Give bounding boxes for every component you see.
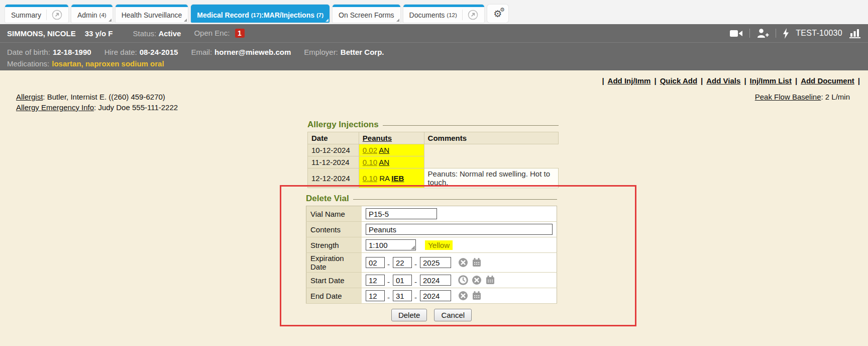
reaction-code-link[interactable]: AN (379, 158, 389, 166)
email-label: Email: (191, 48, 212, 56)
medication-link-losartan[interactable]: losartan (52, 58, 81, 69)
expiration-year-input[interactable] (420, 257, 451, 268)
strength-input[interactable] (366, 239, 416, 250)
end-day-input[interactable] (393, 290, 412, 301)
employer-label: Employer: (304, 48, 338, 56)
contents-label: Contents (306, 222, 362, 237)
calendar-icon[interactable] (472, 291, 482, 301)
calendar-icon[interactable] (472, 257, 482, 268)
delete-button[interactable]: Delete (391, 309, 427, 321)
medication-separator: , (81, 58, 85, 69)
start-day-input[interactable] (393, 275, 412, 286)
allergy-injections-title: Allergy Injections (307, 120, 383, 132)
contents-input[interactable] (366, 224, 553, 235)
tab-menu-fold-icon (325, 19, 329, 22)
calendar-icon[interactable] (485, 275, 495, 285)
dose-link[interactable]: 0.02 (363, 146, 377, 154)
tab-health-surveillance-label: Health Surveillance (122, 11, 182, 19)
add-person-icon[interactable] (756, 28, 769, 38)
peak-flow-baseline-link[interactable]: Peak Flow Baseline (755, 93, 821, 101)
cancel-button[interactable]: Cancel (434, 309, 472, 321)
tab-admin[interactable]: Admin (4) (71, 5, 113, 23)
pipe-separator: | (858, 76, 860, 85)
video-camera-icon[interactable] (730, 29, 743, 38)
patient-header-bar: SIMMONS, NICOLE 33 y/o F Status: Active … (0, 24, 868, 42)
clear-date-icon[interactable] (458, 291, 468, 301)
allergy-emergency-info-value: : Judy Doe 555-111-2222 (94, 103, 178, 112)
form-row-vial-name: Vial Name (306, 206, 557, 222)
column-date: Date (308, 132, 359, 144)
tab-health-surveillance[interactable]: Health Surveillance (116, 5, 188, 23)
tab-summary[interactable]: Summary (5, 5, 68, 23)
fieldset-line (383, 125, 559, 132)
tab-settings-button[interactable]: ⚙ ⚙ (487, 5, 508, 23)
table-row: 11-12-2024 0.10 AN (308, 156, 559, 168)
lightning-icon[interactable] (783, 28, 789, 39)
expiration-day-input[interactable] (393, 257, 412, 268)
clear-date-icon[interactable] (458, 257, 468, 268)
medications-label: Medications: (7, 58, 49, 69)
form-row-strength: Strength Yellow (306, 237, 557, 253)
tab-summary-label: Summary (11, 11, 41, 19)
tab-on-screen-forms[interactable]: On Screen Forms (333, 5, 400, 23)
station-id: TEST-10030 (796, 29, 842, 38)
tab-documents-label: Documents (409, 11, 445, 19)
dose-link[interactable]: 0.10 (363, 158, 377, 166)
reaction-code-link[interactable]: IEB (391, 174, 404, 183)
gears-small-icon: ⚙ (500, 7, 505, 13)
vial-name-input[interactable] (366, 208, 437, 219)
allergy-contacts: Allergist: Butler, Internist E. ((260) 4… (16, 92, 178, 113)
start-month-input[interactable] (366, 275, 385, 286)
end-year-input[interactable] (420, 290, 451, 301)
tab-documents-count: (12) (447, 12, 457, 18)
tab-bar: Summary Admin (4) Health Surveillance Me… (0, 0, 868, 24)
injection-date: 10-12-2024 (308, 144, 359, 156)
dose-link[interactable]: 0.10 (363, 174, 377, 183)
open-enc-label: Open Enc: (194, 29, 230, 37)
demographics-bar: Date of birth:12-18-1990 Hire date:08-24… (0, 42, 868, 70)
clear-date-icon[interactable] (472, 275, 482, 285)
allergy-emergency-info-link[interactable]: Allergy Emergency Info (16, 103, 94, 112)
add-inj-imm-link[interactable]: Add Inj/Imm (608, 76, 651, 85)
patient-age-sex: 33 y/o F (85, 29, 113, 38)
form-row-start-date: Start Date -- (306, 273, 557, 288)
quick-add-link[interactable]: Quick Add (660, 76, 697, 85)
employer-value: Better Corp. (341, 48, 384, 56)
strength-label: Strength (306, 237, 362, 253)
allergy-injections-table: Date Peanuts Comments 10-12-2024 0.02 AN… (307, 132, 559, 188)
date-separator: - (387, 278, 390, 286)
delete-vial-highlight-box: Delete Vial Vial Name Contents Strength (280, 185, 636, 326)
allergist-value: : Butler, Internist E. ((260) 459-6270) (43, 93, 165, 101)
peak-flow-baseline: Peak Flow Baseline: 2 L/min (755, 93, 850, 101)
column-comments: Comments (424, 132, 558, 144)
date-separator: - (387, 260, 390, 269)
medication-link-naproxen[interactable]: naproxen sodium oral (85, 58, 164, 69)
start-year-input[interactable] (420, 275, 451, 286)
fieldset-line (353, 199, 557, 206)
injection-comment (424, 156, 558, 168)
delete-vial-title: Delete Vial (306, 194, 353, 206)
tab-medical-record[interactable]: Medical Record (17) :MAR/Injections (7) (191, 5, 330, 23)
add-document-link[interactable]: Add Document (801, 76, 854, 85)
end-month-input[interactable] (366, 290, 385, 301)
summary-popout-icon[interactable] (46, 10, 62, 20)
clock-icon[interactable] (458, 275, 468, 285)
open-encounter-badge[interactable]: 1 (235, 29, 245, 38)
resize-grip-icon[interactable] (411, 245, 415, 249)
bar-chart-icon[interactable] (849, 29, 861, 38)
tab-on-screen-forms-label: On Screen Forms (339, 11, 394, 19)
inj-imm-list-link[interactable]: Inj/Imm List (750, 76, 792, 85)
tab-medical-record-sublabel: :MAR/Injections (261, 11, 314, 19)
allergist-link[interactable]: Allergist (16, 93, 43, 101)
status-value: Active (158, 29, 181, 38)
action-links: | Add Inj/Imm | Quick Add | Add Vials | … (602, 76, 860, 85)
date-separator: - (414, 260, 417, 269)
reaction-code-link[interactable]: AN (379, 146, 389, 154)
reaction-code: RA (379, 174, 389, 183)
pipe-separator: | (701, 76, 703, 85)
column-peanuts-link[interactable]: Peanuts (363, 134, 392, 142)
tab-documents[interactable]: Documents (12) (403, 5, 484, 23)
documents-popout-icon[interactable] (462, 10, 478, 20)
expiration-month-input[interactable] (366, 257, 385, 268)
add-vials-link[interactable]: Add Vials (706, 76, 740, 85)
